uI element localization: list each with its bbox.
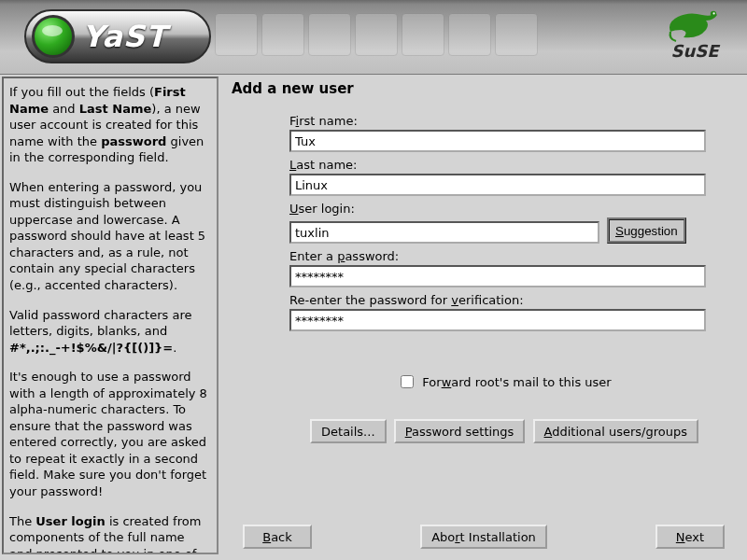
- help-paragraph: It's enough to use a password with a len…: [9, 369, 209, 499]
- forward-mail-checkbox[interactable]: [401, 375, 414, 388]
- details-button[interactable]: Details...: [310, 419, 386, 443]
- yast-logo: YaST: [24, 9, 211, 63]
- password-input[interactable]: [289, 265, 706, 287]
- next-button[interactable]: Next: [655, 525, 725, 549]
- main-panel: Add a new user First name: Last name: Us…: [218, 75, 747, 556]
- password-settings-button[interactable]: Password settings: [394, 419, 526, 443]
- svg-point-1: [713, 12, 715, 14]
- password-verify-label: Re-enter the password for verification:: [289, 293, 719, 307]
- suse-text: SuSE: [670, 41, 718, 61]
- yast-text: YaST: [82, 19, 167, 54]
- suse-logo: SuSE: [655, 4, 734, 61]
- password-verify-input[interactable]: [289, 309, 706, 331]
- back-button[interactable]: Back: [243, 525, 312, 549]
- yast-orb-icon: [32, 15, 75, 58]
- help-panel: If you fill out the fields (First Name a…: [2, 77, 218, 554]
- forward-mail-label[interactable]: Forward root's mail to this user: [397, 372, 611, 391]
- help-paragraph: Valid password characters are letters, d…: [9, 307, 209, 357]
- user-login-input[interactable]: [289, 221, 599, 244]
- additional-users-button[interactable]: Additional users/groups: [533, 419, 698, 443]
- password-label: Enter a password:: [289, 249, 719, 263]
- decorative-keys: [215, 13, 635, 65]
- header-bar: YaST SuSE: [0, 0, 747, 75]
- user-login-label: User login:: [289, 202, 719, 216]
- abort-button[interactable]: Abort Installation: [420, 525, 547, 549]
- suggestion-button[interactable]: Suggestion: [607, 217, 686, 244]
- last-name-input[interactable]: [289, 174, 706, 196]
- first-name-label: First name:: [289, 114, 719, 128]
- chameleon-icon: [665, 4, 725, 45]
- help-paragraph: The User login is created from component…: [9, 513, 209, 554]
- help-paragraph: If you fill out the fields (First Name a…: [9, 84, 209, 166]
- last-name-label: Last name:: [289, 158, 719, 172]
- page-title: Add a new user: [232, 80, 738, 97]
- help-paragraph: When entering a password, you must disti…: [9, 179, 209, 294]
- first-name-input[interactable]: [289, 130, 706, 152]
